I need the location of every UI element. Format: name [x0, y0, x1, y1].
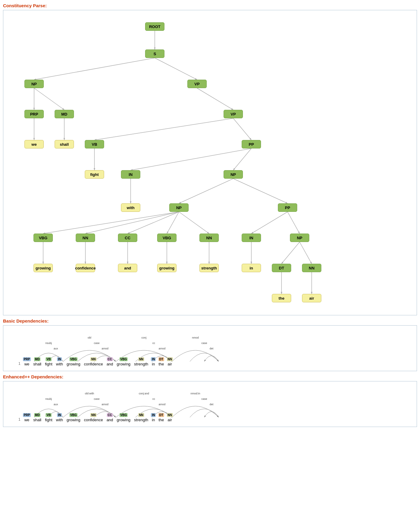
svg-marker-55 — [298, 231, 300, 234]
dep-word-6: and — [105, 362, 114, 366]
dep-tag-2: VB — [46, 357, 52, 361]
dep-word-0: we — [23, 418, 31, 422]
dep-word-group-1: MDshall — [32, 413, 43, 422]
dep-word-group-6: CCand — [105, 357, 114, 366]
dep-word-9: in — [151, 418, 156, 422]
dep-word-4: growing — [65, 362, 82, 366]
tree-node-np2: NP — [224, 170, 243, 179]
tree-node-root: ROOT — [145, 22, 164, 31]
dep-word-group-9: INin — [151, 413, 156, 422]
dep-word-group-7: VBGgrowing — [116, 357, 132, 366]
tree-node-and: and — [118, 264, 137, 272]
svg-line-40 — [179, 212, 209, 234]
tree-node-cc: CC — [118, 234, 137, 242]
svg-line-4 — [155, 58, 197, 80]
svg-marker-25 — [233, 168, 235, 170]
dep-tag-3: IN — [57, 357, 62, 361]
tree-node-pp1: PP — [242, 140, 261, 148]
tree-node-md: MD — [55, 110, 74, 118]
tree-node-np1: NP — [24, 80, 44, 88]
tree-node-in1: IN — [121, 170, 140, 179]
dep-word-group-5: NNconfidence — [83, 413, 104, 422]
dep-word-group-8: NNstrength — [133, 413, 149, 422]
tree-node-growing2: growing — [157, 264, 177, 272]
svg-line-8 — [34, 88, 64, 110]
dep-word-9: in — [151, 362, 156, 366]
dep-word-group-0: PRPwe — [23, 357, 31, 366]
dep-word-group-4: VBGgrowing — [65, 413, 82, 422]
dep-word-group-8: NNstrength — [133, 357, 149, 366]
dep-word-1: shall — [32, 362, 43, 366]
svg-line-2 — [34, 58, 155, 80]
dep-word-group-3: INwith — [55, 357, 64, 366]
enhanced-dep-container: nsubjauxobl:withcaseamodconj:andccamodnm… — [3, 381, 417, 427]
tree-node-we: we — [24, 140, 44, 148]
dep-tag-4: VBG — [69, 357, 78, 361]
tree-node-fight: fight — [85, 170, 104, 179]
dep-tag-10: DT — [158, 413, 164, 417]
dep-line-number: 1 — [18, 417, 23, 422]
tree-node-in: in — [242, 264, 261, 272]
svg-line-52 — [251, 212, 288, 234]
tree-node-s: S — [145, 49, 164, 58]
dep-tag-2: VB — [46, 413, 52, 417]
dep-word-group-5: NNconfidence — [83, 357, 104, 366]
tree-node-growing1: growing — [33, 264, 53, 272]
dep-word-5: confidence — [83, 362, 104, 366]
dep-word-8: strength — [133, 362, 149, 366]
tree-node-vbg1: VBG — [33, 234, 53, 242]
svg-marker-19 — [250, 138, 251, 140]
dep-tag-4: VBG — [69, 413, 78, 417]
svg-marker-39 — [167, 231, 169, 234]
dep-word-group-11: NNair — [167, 413, 173, 422]
tree-node-pp2: PP — [278, 203, 297, 212]
svg-marker-59 — [282, 262, 283, 264]
dep-tag-1: MD — [34, 357, 41, 361]
dep-word-group-6: CCand — [105, 413, 114, 422]
tree-node-vp1: VP — [187, 80, 207, 88]
dep-word-group-10: DTthe — [157, 357, 165, 366]
constituency-container: ROOTSNPVPPRPMDVPweshallVBPPfightINNPwith… — [3, 10, 417, 315]
tree-node-nn2: NN — [199, 234, 219, 242]
tree-node-prp: PRP — [24, 110, 44, 118]
dep-tag-0: PRP — [23, 413, 31, 417]
svg-line-18 — [233, 118, 251, 140]
svg-line-16 — [94, 118, 233, 140]
dep-word-10: the — [157, 418, 165, 422]
svg-line-58 — [282, 242, 300, 264]
tree-node-with: with — [121, 203, 140, 212]
tree-node-vbg2: VBG — [157, 234, 177, 242]
dep-word-0: we — [23, 362, 31, 366]
dep-word-group-0: PRPwe — [23, 413, 31, 422]
dep-word-group-2: VBfight — [44, 357, 54, 366]
dep-word-5: confidence — [83, 418, 104, 422]
dep-word-group-11: NNair — [167, 357, 173, 366]
tree-node-vb: VB — [85, 140, 104, 148]
basic-dep-inner: nsubjauxoblcaseamodconjccamodnmodcasedet… — [6, 329, 414, 368]
dep-tag-3: IN — [57, 413, 62, 417]
tree-wrapper: ROOTSNPVPPRPMDVPweshallVBPPfightINNPwith… — [6, 13, 414, 312]
svg-marker-61 — [310, 262, 312, 264]
dep-tag-0: PRP — [23, 357, 31, 361]
tree-node-air: air — [302, 294, 321, 302]
dep-word-3: with — [55, 362, 64, 366]
dep-word-group-4: VBGgrowing — [65, 357, 82, 366]
svg-line-38 — [167, 212, 179, 234]
dep-tag-6: CC — [107, 357, 113, 361]
dep-word-group-3: INwith — [55, 413, 64, 422]
dep-tag-8: NN — [138, 357, 144, 361]
dep-word-group-7: VBGgrowing — [116, 413, 132, 422]
tree-node-the: the — [272, 294, 291, 302]
svg-line-22 — [131, 148, 251, 170]
dep-tag-1: MD — [34, 413, 41, 417]
svg-line-10 — [197, 88, 233, 110]
dep-word-11: air — [167, 418, 173, 422]
svg-line-54 — [288, 212, 300, 234]
tree-node-in2: IN — [242, 234, 261, 242]
dep-word-group-1: MDshall — [32, 357, 43, 366]
svg-line-24 — [233, 148, 251, 170]
dep-word-8: strength — [133, 418, 149, 422]
tree-node-dt: DT — [272, 264, 291, 272]
dep-word-3: with — [55, 418, 64, 422]
constituency-title: Constituency Parse: — [3, 3, 417, 8]
